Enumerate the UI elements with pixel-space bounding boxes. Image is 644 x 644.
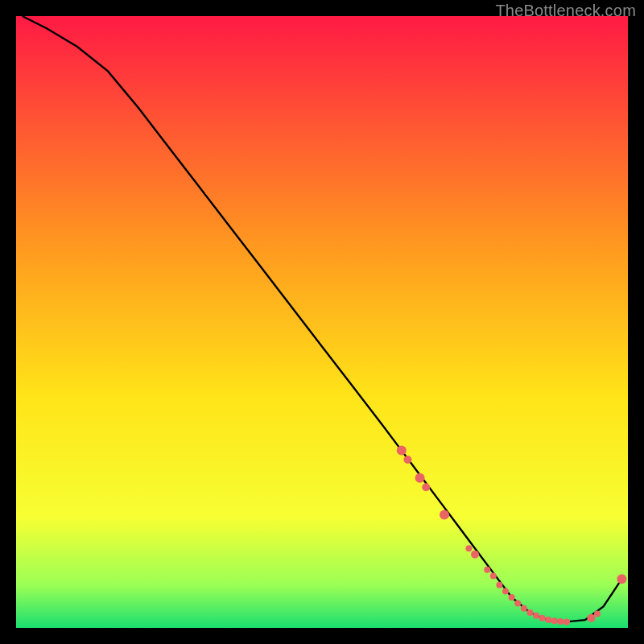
data-marker (594, 611, 601, 617)
data-marker (533, 613, 539, 619)
data-marker (484, 567, 490, 573)
data-marker (440, 510, 449, 519)
data-marker (496, 582, 502, 588)
data-marker (587, 614, 595, 622)
chart-svg (16, 16, 628, 628)
data-marker (617, 574, 626, 584)
data-marker (539, 615, 546, 621)
data-marker (551, 617, 558, 624)
data-marker (397, 446, 407, 456)
data-marker (514, 601, 521, 607)
data-marker (415, 473, 425, 483)
data-marker (471, 551, 479, 559)
data-marker (465, 545, 472, 551)
data-marker (422, 483, 430, 491)
chart-stage: TheBottleneck.com (0, 0, 644, 644)
data-marker (557, 618, 564, 625)
data-marker (403, 456, 411, 464)
data-marker (509, 594, 515, 601)
gradient-background (16, 16, 628, 628)
data-marker (490, 572, 497, 579)
plot-area (16, 16, 628, 628)
data-marker (502, 588, 509, 594)
data-marker (526, 609, 533, 616)
data-marker (545, 617, 551, 623)
data-marker (564, 618, 570, 625)
data-marker (521, 605, 527, 612)
